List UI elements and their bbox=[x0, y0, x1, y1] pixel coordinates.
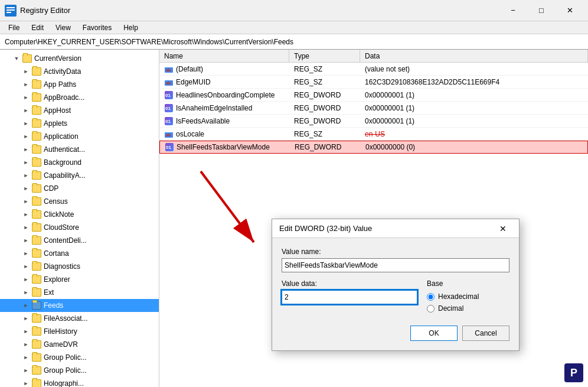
tree-item-apppaths[interactable]: ► App Paths bbox=[0, 78, 159, 91]
expand-icon: ► bbox=[21, 249, 31, 258]
value-type-edgemuid: REG_SZ bbox=[289, 78, 360, 86]
tree-item-clicknote[interactable]: ► ClickNote bbox=[0, 208, 159, 221]
tree-panel: ▼ CurrentVersion ► ActivityData ► App Pa… bbox=[0, 50, 159, 387]
tree-item-ext[interactable]: ► Ext bbox=[0, 286, 159, 299]
tree-item-grouppolic2[interactable]: ► Group Polic... bbox=[0, 364, 159, 377]
sz-icon: ab bbox=[164, 77, 174, 87]
tree-item-apphost[interactable]: ► AppHost bbox=[0, 104, 159, 117]
value-row-edgemuid[interactable]: ab EdgeMUID REG_SZ 162C3D29108368E132AD2… bbox=[159, 76, 588, 89]
tree-item-filehistory[interactable]: ► FileHistory bbox=[0, 325, 159, 338]
dword-icon: 01 bbox=[164, 116, 174, 126]
value-data-oslocale: en-US bbox=[360, 130, 588, 138]
folder-icon bbox=[32, 262, 41, 271]
expand-icon: ► bbox=[21, 106, 31, 115]
base-radio-group: Hexadecimal Decimal bbox=[427, 292, 509, 313]
folder-icon bbox=[32, 236, 41, 245]
value-row-isfeedsavailable[interactable]: 01 IsFeedsAvailable REG_DWORD 0x00000001… bbox=[159, 115, 588, 128]
radio-decimal-input[interactable] bbox=[427, 305, 435, 313]
cancel-button[interactable]: Cancel bbox=[462, 326, 509, 341]
tree-label: Feeds bbox=[44, 301, 63, 310]
tree-item-holographi[interactable]: ► Holographi... bbox=[0, 377, 159, 387]
expand-icon: ► bbox=[21, 236, 31, 245]
tree-item-cortana[interactable]: ► Cortana bbox=[0, 247, 159, 260]
folder-icon bbox=[32, 379, 41, 387]
radio-decimal[interactable]: Decimal bbox=[427, 304, 509, 313]
menu-file[interactable]: File bbox=[2, 22, 25, 33]
menu-favorites[interactable]: Favorites bbox=[77, 22, 117, 33]
title-bar-controls: − □ ✕ bbox=[499, 2, 583, 19]
edit-dword-dialog: Edit DWORD (32-bit) Value ✕ Value name: … bbox=[272, 219, 520, 351]
tree-label: CurrentVersion bbox=[34, 54, 81, 63]
tree-label: AppBroadc... bbox=[44, 93, 84, 102]
radio-hexadecimal-input[interactable] bbox=[427, 293, 435, 301]
tree-label: Census bbox=[44, 197, 68, 206]
svg-text:ab: ab bbox=[166, 133, 171, 137]
maximize-button[interactable]: □ bbox=[528, 2, 555, 19]
menu-view[interactable]: View bbox=[50, 22, 77, 33]
value-data-isfeedsavailable: 0x00000001 (1) bbox=[360, 117, 588, 125]
expand-icon: ► bbox=[21, 275, 31, 284]
ok-button[interactable]: OK bbox=[410, 326, 458, 341]
tree-item-explorer[interactable]: ► Explorer bbox=[0, 273, 159, 286]
value-name-oslocale: ab osLocale bbox=[159, 129, 289, 139]
svg-text:01: 01 bbox=[165, 93, 171, 98]
dialog-close-button[interactable]: ✕ bbox=[494, 220, 512, 237]
dialog-body: Value name: Value data: Base Hexadecimal… bbox=[272, 238, 519, 350]
tree-item-census[interactable]: ► Census bbox=[0, 195, 159, 208]
tree-item-cloudstore[interactable]: ► CloudStore bbox=[0, 221, 159, 234]
tree-item-cdp[interactable]: ► CDP bbox=[0, 182, 159, 195]
value-name-edgemuid: ab EdgeMUID bbox=[159, 77, 289, 87]
dialog-title-bar: Edit DWORD (32-bit) Value ✕ bbox=[272, 219, 519, 238]
tree-item-applets[interactable]: ► Applets bbox=[0, 117, 159, 130]
tree-item-contentdeli[interactable]: ► ContentDeli... bbox=[0, 234, 159, 247]
menu-help[interactable]: Help bbox=[117, 22, 144, 33]
value-row-oslocale[interactable]: ab osLocale REG_SZ en-US bbox=[159, 128, 588, 141]
folder-icon bbox=[22, 54, 32, 63]
tree-label: FileAssociat... bbox=[44, 314, 88, 323]
svg-text:01: 01 bbox=[166, 145, 171, 150]
value-row-isanaheim[interactable]: 01 IsAnaheimEdgeInstalled REG_DWORD 0x00… bbox=[159, 102, 588, 115]
value-name-input[interactable] bbox=[282, 258, 509, 272]
value-type-isanaheim: REG_DWORD bbox=[289, 104, 360, 112]
dialog-row: Value data: Base Hexadecimal Decimal bbox=[282, 279, 509, 316]
tree-item-fileassociat[interactable]: ► FileAssociat... bbox=[0, 312, 159, 325]
expand-icon: ► bbox=[21, 158, 31, 167]
folder-icon bbox=[32, 106, 41, 115]
tree-label: CDP bbox=[44, 184, 58, 193]
tree-label: Holographi... bbox=[44, 379, 84, 387]
value-type-default: REG_SZ bbox=[289, 65, 360, 73]
tree-item-currentversion[interactable]: ▼ CurrentVersion bbox=[0, 52, 159, 65]
tree-item-capabilitya[interactable]: ► CapabilityA... bbox=[0, 169, 159, 182]
tree-item-feeds[interactable]: ► Feeds bbox=[0, 299, 159, 312]
tree-item-diagnostics[interactable]: ► Diagnostics bbox=[0, 260, 159, 273]
value-row-shellfeeds[interactable]: 01 ShellFeedsTaskbarViewMode REG_DWORD 0… bbox=[159, 141, 588, 154]
value-data-label: Value data: bbox=[282, 279, 417, 288]
svg-text:01: 01 bbox=[165, 106, 171, 111]
tree-item-grouppolic1[interactable]: ► Group Polic... bbox=[0, 351, 159, 364]
folder-icon bbox=[32, 301, 41, 310]
folder-icon bbox=[32, 80, 41, 89]
sz-icon: ab bbox=[164, 129, 174, 139]
close-button[interactable]: ✕ bbox=[556, 2, 583, 19]
folder-icon bbox=[32, 158, 41, 167]
value-name-isfeedsavailable: 01 IsFeedsAvailable bbox=[159, 116, 289, 126]
tree-item-activitydata[interactable]: ► ActivityData bbox=[0, 65, 159, 78]
tree-item-appbroadc[interactable]: ► AppBroadc... bbox=[0, 91, 159, 104]
value-data-input[interactable] bbox=[282, 290, 417, 304]
radio-hexadecimal[interactable]: Hexadecimal bbox=[427, 292, 509, 301]
value-data-isanaheim: 0x00000001 (1) bbox=[360, 104, 588, 112]
value-row-headlines[interactable]: 01 HeadlinesOnboardingComplete REG_DWORD… bbox=[159, 89, 588, 102]
tree-item-background[interactable]: ► Background bbox=[0, 156, 159, 169]
minimize-button[interactable]: − bbox=[499, 2, 527, 19]
menu-edit[interactable]: Edit bbox=[25, 22, 50, 33]
expand-icon: ► bbox=[21, 223, 31, 232]
tree-item-application[interactable]: ► Application bbox=[0, 130, 159, 143]
tree-label: AppHost bbox=[44, 106, 71, 115]
tree-item-authenticat[interactable]: ► Authenticat... bbox=[0, 143, 159, 156]
radio-hexadecimal-label: Hexadecimal bbox=[438, 292, 479, 301]
dword-icon: 01 bbox=[164, 90, 174, 100]
value-data-default: (value not set) bbox=[360, 65, 588, 73]
value-row-default[interactable]: ab (Default) REG_SZ (value not set) bbox=[159, 63, 588, 76]
folder-icon bbox=[32, 184, 41, 193]
tree-item-gamedvr[interactable]: ► GameDVR bbox=[0, 338, 159, 351]
